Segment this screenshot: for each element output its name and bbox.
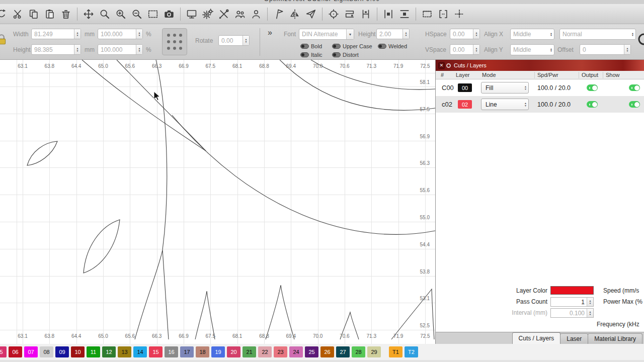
distribute-horizontal-icon[interactable] [380,6,396,22]
palette-swatch-10[interactable]: 10 [71,346,85,357]
interval-input[interactable]: 0.100▲▼ [550,308,594,318]
zoom-out-icon[interactable] [129,6,145,22]
palette-swatch-07[interactable]: 07 [24,346,38,357]
layer-mode-select[interactable]: Fill▲▼ [481,82,529,94]
palette-swatch-05[interactable]: 05 [0,346,7,357]
camera-icon[interactable] [161,6,177,22]
italic-toggle[interactable]: Italic [300,52,323,58]
align-y-select[interactable]: Middle▲▼ [510,44,554,55]
palette-swatch-22[interactable]: 22 [258,346,272,357]
bold-toggle[interactable]: Bold [300,43,322,49]
layer-color-swatch[interactable] [550,286,594,295]
rotate-input[interactable]: 0.00▲▼ [218,35,250,46]
delete-icon[interactable] [58,6,74,22]
layer-number-badge[interactable]: 02 [458,100,472,109]
stepper-icon[interactable]: ▲▼ [587,309,593,317]
partial-circle-icon[interactable] [637,32,644,46]
layer-show-toggle[interactable] [629,84,640,91]
stepper-icon[interactable]: ▲▼ [403,29,409,39]
stepper-icon[interactable]: ▲▼ [473,45,479,54]
height-percent-input[interactable]: 100.000▲▼ [98,44,143,55]
send-plane-icon[interactable] [303,6,319,22]
float-icon[interactable] [446,63,451,68]
bracket-target-icon[interactable] [435,6,451,22]
stepper-icon[interactable]: ▲▼ [136,45,142,54]
palette-swatch-15[interactable]: 15 [149,346,163,357]
width-percent-input[interactable]: 100.000▲▼ [98,29,143,39]
width-input[interactable]: 81.249▲▼ [31,29,81,39]
align-x-select[interactable]: Middle▲▼ [510,29,554,40]
zoom-icon[interactable] [97,6,113,22]
jog-cross-icon[interactable] [451,6,467,22]
palette-swatch-17[interactable]: 17 [180,346,194,357]
palette-swatch-29[interactable]: 29 [367,346,381,357]
select-rectangle-icon[interactable] [145,6,161,22]
dock-right-icon[interactable] [358,6,374,22]
tab-cuts-layers[interactable]: Cuts / Layers [512,332,561,344]
palette-swatch-21[interactable]: 21 [243,346,256,357]
stepper-icon[interactable]: ▲▼ [74,29,80,39]
palette-swatch-14[interactable]: 14 [133,346,147,357]
offset-input[interactable]: 0▲▼ [580,44,631,55]
palette-swatch-24[interactable]: 24 [289,346,303,357]
edit-canvas[interactable]: 63.163.864.465.065.666.366.967.568.168.8… [0,60,435,344]
layer-show-toggle[interactable] [629,101,640,108]
palette-swatch-13[interactable]: 13 [118,346,131,357]
close-icon[interactable]: ✕ [438,62,445,69]
user-icon[interactable] [248,6,264,22]
device-settings-icon[interactable] [216,6,232,22]
height-input[interactable]: 98.385▲▼ [31,44,81,55]
palette-swatch-28[interactable]: 28 [352,346,365,357]
stepper-icon[interactable]: ▲▼ [473,29,479,39]
layer-mode-select[interactable]: Line▲▼ [481,99,529,110]
vspace-input[interactable]: 0.00▲▼ [450,44,480,55]
palette-swatch-27[interactable]: 27 [336,346,350,357]
display-icon[interactable] [184,6,200,22]
palette-swatch-20[interactable]: 20 [227,346,240,357]
hspace-input[interactable]: 0.00▲▼ [450,29,480,39]
dock-left-icon[interactable] [342,6,358,22]
tab-laser[interactable]: Laser [560,333,588,344]
palette-swatch-11[interactable]: 11 [87,346,100,357]
font-select[interactable]: DIN Alternate▾ [299,29,354,40]
frame-circle-icon[interactable] [326,6,342,22]
palette-swatch-26[interactable]: 26 [320,346,334,357]
stepper-icon[interactable]: ▲▼ [587,298,593,306]
palette-swatch-06[interactable]: 06 [9,346,22,357]
settings-icon[interactable] [200,6,216,22]
layer-number-badge[interactable]: 00 [458,83,472,92]
stepper-icon[interactable]: ▲▼ [243,36,249,45]
zoom-in-icon[interactable] [113,6,129,22]
palette-swatch-23[interactable]: 23 [274,346,287,357]
copy-icon[interactable] [26,6,42,22]
cut-icon[interactable] [10,6,26,22]
palette-swatch-12[interactable]: 12 [102,346,116,357]
anchor-grid[interactable] [162,28,187,55]
weld-mode-select[interactable]: Normal▲▼ [559,29,636,40]
palette-swatch-18[interactable]: 18 [196,346,209,357]
pennant-icon[interactable] [271,6,287,22]
frame-dashed-icon[interactable] [419,6,435,22]
lock-icon[interactable] [0,32,8,47]
pass-count-input[interactable]: 1▲▼ [550,297,594,307]
stepper-icon[interactable]: ▲▼ [136,29,142,39]
pan-icon[interactable] [80,6,97,22]
palette-swatch-09[interactable]: 09 [55,346,69,357]
double-chevron-icon[interactable]: » [268,28,272,37]
upper-case-toggle[interactable]: Upper Case [332,43,372,49]
font-height-input[interactable]: 2.00▲▼ [376,29,410,39]
flip-horizontal-icon[interactable] [287,6,303,22]
palette-swatch-T2[interactable]: T2 [405,346,418,357]
layer-output-toggle[interactable] [587,101,598,108]
welded-toggle[interactable]: Welded [378,43,407,49]
users-icon[interactable] [232,6,248,22]
tab-material-library[interactable]: Material Library [588,333,642,344]
distort-toggle[interactable]: Distort [332,52,359,58]
layer-output-toggle[interactable] [587,84,598,91]
stepper-icon[interactable]: ▲▼ [74,45,80,54]
palette-swatch-T1[interactable]: T1 [389,346,403,357]
palette-swatch-08[interactable]: 08 [40,346,53,357]
palette-swatch-25[interactable]: 25 [305,346,318,357]
distribute-vertical-icon[interactable] [396,6,413,22]
paste-icon[interactable] [42,6,58,22]
